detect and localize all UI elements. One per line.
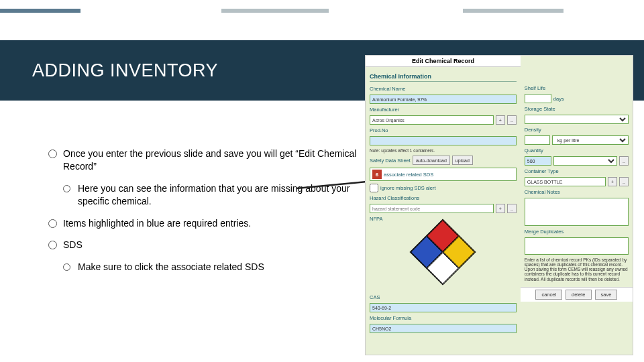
accent-stripe: [463, 9, 564, 13]
label-cas: CAS: [370, 294, 517, 300]
slide-body: Once you enter the previous slide and sa…: [48, 147, 357, 283]
label-quantity: Quantity: [525, 147, 629, 154]
bullet-text: Make sure to click the associate related…: [78, 261, 264, 272]
panel-right-column: . Shelf Life days Storage State Density …: [521, 56, 633, 355]
note-containers: Note: updates affect 1 containers.: [370, 148, 517, 153]
input-cas[interactable]: [370, 303, 517, 312]
input-density[interactable]: [525, 135, 550, 145]
lookup-quantity-button[interactable]: ..: [619, 156, 629, 166]
label-chemical-name: Chemical Name: [370, 86, 517, 92]
associate-sds-text: associate related SDS: [384, 172, 433, 178]
select-quantity-unit[interactable]: [553, 156, 617, 166]
label-prod-no: Prod.No: [370, 127, 517, 133]
add-container-type-button[interactable]: +: [608, 177, 617, 186]
lookup-manufacturer-button[interactable]: ..: [507, 115, 517, 125]
input-manufacturer[interactable]: [370, 115, 494, 125]
accent-stripe: [0, 9, 80, 13]
label-merge-duplicates: Merge Duplicates: [525, 229, 629, 235]
label-ignore-sds: ignore missing SDS alert: [380, 185, 436, 191]
label-density: Density: [525, 127, 629, 133]
label-chemical-notes: Chemical Notes: [525, 189, 629, 195]
panel-title: Edit Chemical Record: [366, 56, 521, 67]
slide-title: ADDING INVENTORY: [32, 60, 218, 81]
add-hazard-button[interactable]: +: [496, 204, 505, 213]
bullet-item: Here you can see the information that yo…: [63, 182, 357, 208]
textarea-chemical-notes[interactable]: [525, 198, 629, 226]
merge-note: Enter a list of chemical record PKs (IDs…: [525, 257, 629, 282]
panel-button-row: cancel delete save: [521, 287, 633, 302]
label-sds: Safety Data Sheet: [370, 158, 411, 164]
add-manufacturer-button[interactable]: +: [496, 115, 505, 125]
lookup-hazard-button[interactable]: ..: [507, 204, 517, 213]
save-button[interactable]: save: [595, 290, 618, 300]
input-quantity[interactable]: [525, 156, 551, 166]
select-storage-state[interactable]: [525, 115, 629, 124]
nfpa-diamond: [370, 225, 517, 292]
label-molecular-formula: Molecular Formula: [370, 315, 517, 321]
input-container-type[interactable]: [525, 177, 606, 186]
input-shelf-life[interactable]: [525, 94, 551, 103]
label-shelf-life: Shelf Life: [525, 85, 629, 91]
input-chemical-name[interactable]: [370, 95, 517, 104]
bullet-text: Once you enter the previous slide and sa…: [63, 148, 356, 172]
label-storage-state: Storage State: [525, 106, 629, 112]
input-molecular-formula[interactable]: [370, 324, 517, 333]
input-merge-duplicates[interactable]: [525, 237, 629, 255]
label-hazard-class: Hazard Classifications: [370, 195, 517, 201]
delete-button[interactable]: delete: [566, 290, 591, 300]
select-density-unit[interactable]: kg per litre: [552, 135, 629, 145]
bullet-text: Here you can see the information that yo…: [78, 183, 350, 206]
sds-auto-download-button[interactable]: auto-download: [413, 156, 450, 165]
bullet-text: Items highlighted in blue are required e…: [63, 218, 251, 229]
section-chemical-info: Chemical Information: [370, 72, 517, 82]
bullet-text: SDS: [63, 239, 83, 250]
input-prod-no[interactable]: [370, 136, 517, 145]
bullet-item: Items highlighted in blue are required e…: [48, 217, 357, 230]
input-hazard-class[interactable]: [370, 204, 494, 213]
bullet-item: SDS Make sure to click the associate rel…: [48, 239, 357, 274]
sds-pdf-icon: 6: [372, 170, 382, 179]
bullet-item: Make sure to click the associate related…: [63, 261, 357, 274]
label-manufacturer: Manufacturer: [370, 107, 517, 113]
edit-chemical-record-panel: Edit Chemical Record Chemical Informatio…: [365, 55, 633, 355]
sds-upload-button[interactable]: upload: [452, 156, 473, 165]
panel-left-column: Edit Chemical Record Chemical Informatio…: [366, 56, 521, 355]
label-container-type: Container Type: [525, 168, 629, 174]
associate-sds-link[interactable]: 6 associate related SDS: [370, 168, 517, 181]
sds-row: Safety Data Sheet auto-download upload: [370, 156, 517, 165]
ignore-sds-checkbox[interactable]: [370, 184, 378, 192]
accent-stripe: [221, 9, 329, 13]
label-days: days: [553, 96, 564, 102]
lookup-container-type-button[interactable]: ..: [619, 177, 629, 186]
bullet-item: Once you enter the previous slide and sa…: [48, 147, 357, 208]
cancel-button[interactable]: cancel: [535, 290, 562, 300]
